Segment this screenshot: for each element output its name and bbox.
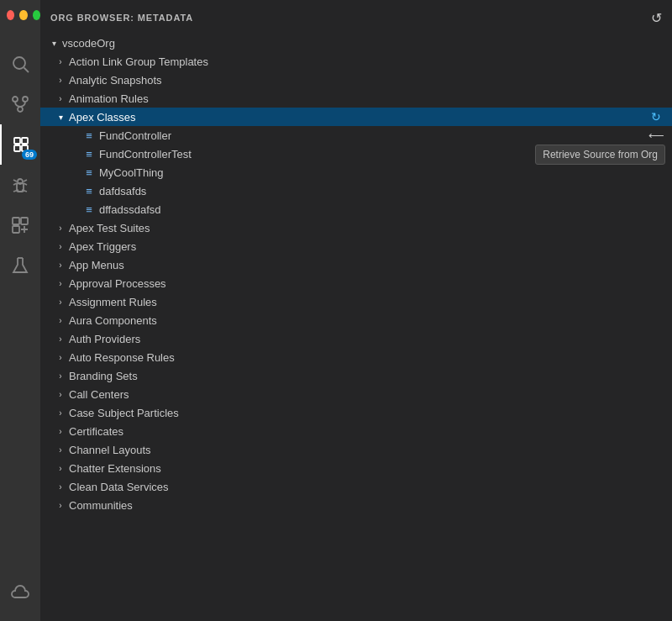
svg-point-3 bbox=[23, 97, 28, 102]
item-label: MyCoolThing bbox=[99, 166, 665, 179]
chevron-right-icon: › bbox=[54, 276, 67, 290]
chevron-right-icon: › bbox=[54, 498, 67, 512]
item-label: Aura Components bbox=[69, 314, 665, 327]
sidebar-title: ORG BROWSER: METADATA bbox=[50, 13, 193, 23]
item-label: FundController bbox=[99, 129, 647, 142]
chevron-right-icon: › bbox=[54, 73, 67, 87]
file-icon: ≡ bbox=[82, 184, 96, 197]
tree-item-auto-response-rules[interactable]: › Auto Response Rules bbox=[40, 348, 672, 366]
item-label: Branding Sets bbox=[69, 370, 665, 382]
tree-item-aura-components[interactable]: › Aura Components bbox=[40, 311, 672, 329]
tree-item-apex-triggers[interactable]: › Apex Triggers bbox=[40, 237, 672, 255]
chevron-down-icon: ▾ bbox=[47, 36, 60, 50]
svg-rect-7 bbox=[14, 145, 20, 151]
sidebar: ORG BROWSER: METADATA ↺ ▾ vscodeOrg › Ac… bbox=[40, 0, 672, 621]
item-label: Channel Layouts bbox=[69, 444, 665, 456]
chevron-right-icon: › bbox=[54, 332, 67, 345]
file-icon: ≡ bbox=[82, 129, 96, 142]
activity-source-control[interactable] bbox=[0, 84, 40, 124]
svg-line-1 bbox=[24, 68, 29, 73]
tree-item-auth-providers[interactable]: › Auth Providers bbox=[40, 329, 672, 348]
file-icon: ≡ bbox=[82, 203, 96, 216]
tree-item-action-link[interactable]: › Action Link Group Templates bbox=[40, 52, 672, 71]
chevron-right-icon: › bbox=[54, 424, 67, 438]
maximize-button[interactable] bbox=[33, 10, 40, 20]
tree-item-assignment-rules[interactable]: › Assignment Rules bbox=[40, 292, 672, 311]
retrieve-source-wrapper: ⟵ Retrieve Source from Org bbox=[647, 126, 665, 145]
tree-item-animation-rules[interactable]: › Animation Rules bbox=[40, 89, 672, 108]
activity-bar: 69 bbox=[0, 0, 40, 621]
svg-rect-6 bbox=[22, 138, 28, 144]
activity-cloud[interactable] bbox=[0, 572, 40, 613]
svg-rect-5 bbox=[14, 138, 20, 144]
item-label: Apex Test Suites bbox=[69, 222, 665, 234]
activity-search[interactable] bbox=[0, 44, 40, 84]
chevron-right-icon: › bbox=[54, 239, 67, 253]
tree-item-communities[interactable]: › Communities bbox=[40, 496, 672, 514]
spacer bbox=[67, 166, 81, 179]
chevron-down-icon: ▾ bbox=[54, 110, 67, 124]
item-label: Action Link Group Templates bbox=[69, 55, 665, 68]
minimize-button[interactable] bbox=[19, 10, 27, 20]
svg-rect-11 bbox=[13, 218, 19, 224]
tree-item-channel-layouts[interactable]: › Channel Layouts bbox=[40, 440, 672, 459]
chevron-right-icon: › bbox=[54, 406, 67, 419]
tree-item-approval-processes[interactable]: › Approval Processes bbox=[40, 274, 672, 292]
spacer bbox=[67, 184, 81, 197]
refresh-button[interactable]: ↺ bbox=[651, 10, 662, 26]
item-label: FundControllerTest bbox=[99, 148, 665, 161]
tree-item-app-menus[interactable]: › App Menus bbox=[40, 255, 672, 274]
tree-item-dffadssdafsd[interactable]: ≡ dffadssdafsd bbox=[40, 200, 672, 218]
close-button[interactable] bbox=[7, 10, 14, 20]
activity-org[interactable]: 69 bbox=[0, 124, 40, 165]
chevron-right-icon: › bbox=[54, 92, 67, 105]
chevron-right-icon: › bbox=[54, 313, 67, 327]
chevron-right-icon: › bbox=[54, 369, 67, 382]
item-label: Case Subject Particles bbox=[69, 407, 665, 419]
activity-debug[interactable] bbox=[0, 165, 40, 205]
sidebar-header: ORG BROWSER: METADATA ↺ bbox=[40, 0, 672, 34]
tree-item-chatter-extensions[interactable]: › Chatter Extensions bbox=[40, 459, 672, 477]
tree-item-fund-controller[interactable]: ≡ FundController ⟵ Retrieve Source from … bbox=[40, 126, 672, 145]
item-label: Animation Rules bbox=[69, 92, 665, 105]
tree-item-apex-classes[interactable]: ▾ Apex Classes ↻ bbox=[40, 108, 672, 126]
item-label: dffadssdafsd bbox=[99, 203, 665, 216]
tree-item-case-subject-particles[interactable]: › Case Subject Particles bbox=[40, 403, 672, 422]
svg-point-2 bbox=[13, 97, 18, 102]
chevron-right-icon: › bbox=[54, 295, 67, 308]
chevron-right-icon: › bbox=[54, 258, 67, 271]
tree-container[interactable]: ▾ vscodeOrg › Action Link Group Template… bbox=[40, 34, 672, 621]
item-label: Certificates bbox=[69, 425, 665, 438]
spacer bbox=[67, 203, 81, 216]
refresh-icon[interactable]: ↻ bbox=[647, 108, 665, 126]
tree-item-certificates[interactable]: › Certificates bbox=[40, 422, 672, 440]
chevron-right-icon: › bbox=[54, 461, 67, 475]
chevron-right-icon: › bbox=[54, 55, 67, 68]
spacer bbox=[67, 147, 81, 161]
chevron-right-icon: › bbox=[54, 350, 67, 364]
file-icon: ≡ bbox=[82, 147, 96, 161]
tree-item-call-centers[interactable]: › Call Centers bbox=[40, 385, 672, 403]
chevron-right-icon: › bbox=[54, 221, 67, 234]
tree-item-analytic-snapshots[interactable]: › Analytic Snapshots bbox=[40, 71, 672, 89]
activity-extensions[interactable] bbox=[0, 205, 40, 245]
tree-item-branding-sets[interactable]: › Branding Sets bbox=[40, 366, 672, 385]
item-label: Approval Processes bbox=[69, 277, 665, 290]
svg-rect-13 bbox=[13, 226, 19, 233]
item-label: Clean Data Services bbox=[69, 481, 665, 493]
item-label: Chatter Extensions bbox=[69, 462, 665, 475]
tree-item-dafdsafds[interactable]: ≡ dafdsafds bbox=[40, 182, 672, 200]
tree-item-clean-data-services[interactable]: › Clean Data Services bbox=[40, 477, 672, 496]
tree-root[interactable]: ▾ vscodeOrg bbox=[40, 34, 672, 52]
item-label: Call Centers bbox=[69, 388, 665, 401]
item-label: Apex Triggers bbox=[69, 240, 665, 253]
tree-item-fund-controller-test[interactable]: ≡ FundControllerTest bbox=[40, 145, 672, 163]
svg-point-0 bbox=[13, 57, 25, 69]
retrieve-source-icon[interactable]: ⟵ bbox=[647, 126, 665, 145]
chevron-right-icon: › bbox=[54, 443, 67, 456]
svg-rect-12 bbox=[21, 218, 28, 224]
item-label: Auth Providers bbox=[69, 333, 665, 345]
tree-item-my-cool-thing[interactable]: ≡ MyCoolThing bbox=[40, 163, 672, 182]
tree-item-apex-test-suites[interactable]: › Apex Test Suites bbox=[40, 218, 672, 237]
activity-lab[interactable] bbox=[0, 245, 40, 286]
